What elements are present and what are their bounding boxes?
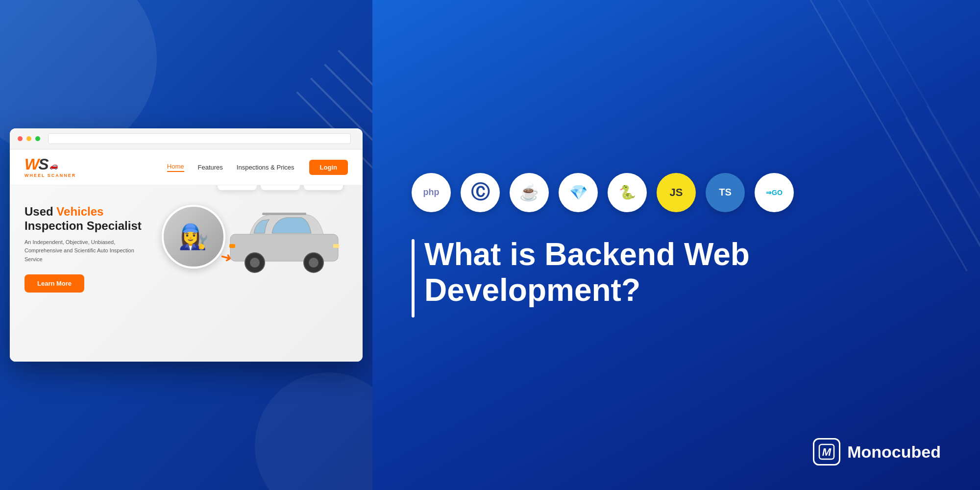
svg-rect-6 — [229, 244, 235, 248]
nav-link-features[interactable]: Features — [198, 164, 223, 171]
feature-card-fuel: ⛽ Low Fuel Mileage — [218, 185, 257, 190]
site-nav: WS🚗 WHEEL SCANNER Home Features Inspecti… — [10, 149, 363, 185]
site-hero: Used Vehicles Inspection Specialist An I… — [10, 185, 363, 362]
svg-rect-5 — [333, 244, 339, 248]
car-svg — [220, 205, 348, 273]
logo-subtitle: WHEEL SCANNER — [24, 173, 76, 178]
js-label: JS — [670, 186, 683, 199]
feature-card-ac: ❄️ Low AC Cooling — [304, 185, 343, 190]
php-label: php — [423, 187, 440, 197]
ruby-label: 💎 — [569, 184, 588, 201]
heading-area: What is Backend Web Development? — [412, 237, 941, 318]
hero-text: Used Vehicles Inspection Specialist An I… — [24, 200, 152, 293]
nav-link-home[interactable]: Home — [167, 163, 184, 172]
car-image — [220, 205, 348, 275]
browser-url-bar — [48, 133, 351, 144]
hero-title-prefix: Used — [24, 205, 56, 218]
monocubed-icon-svg: M — [818, 443, 835, 461]
heading-line2: Development? — [424, 272, 640, 308]
browser-bar — [10, 128, 363, 149]
tech-icon-go: ⇒GO — [755, 173, 794, 212]
monocubed-logo: M Monocubed — [813, 438, 941, 466]
monocubed-icon: M — [813, 438, 840, 466]
browser-dot-yellow — [26, 136, 31, 141]
feature-card-tire: 🔧 Bad Tire Condition — [261, 185, 300, 190]
site-logo: WS🚗 WHEEL SCANNER — [24, 156, 76, 178]
login-button[interactable]: Login — [309, 160, 348, 175]
nav-link-inspections[interactable]: Inspections & Prices — [237, 164, 294, 171]
left-panel: WS🚗 WHEEL SCANNER Home Features Inspecti… — [0, 0, 372, 490]
ts-label: TS — [719, 187, 732, 198]
feature-cards: ⛽ Low Fuel Mileage 🔧 Bad Tire Condition … — [218, 185, 343, 190]
svg-point-2 — [250, 258, 260, 268]
main-heading: What is Backend Web Development? — [424, 237, 750, 309]
java-label: ☕ — [519, 183, 539, 202]
tech-icons-row: php Ⓒ ☕ 💎 🐍 JS TS ⇒GO — [412, 173, 941, 212]
monocubed-text: Monocubed — [847, 442, 941, 462]
tech-icon-ruby: 💎 — [559, 173, 598, 212]
hero-description: An Independent, Objective, Unbiased, Com… — [24, 238, 152, 264]
learn-more-button[interactable]: Learn More — [24, 274, 84, 293]
hero-title: Used Vehicles Inspection Specialist — [24, 205, 152, 233]
hero-title-highlight: Vehicles — [56, 205, 103, 218]
tech-icon-php: php — [412, 173, 451, 212]
hero-title-line2: Inspection Specialist — [24, 219, 142, 232]
csharp-label: Ⓒ — [471, 180, 490, 205]
svg-rect-7 — [262, 213, 306, 215]
right-panel: php Ⓒ ☕ 💎 🐍 JS TS ⇒GO — [372, 0, 980, 490]
python-label: 🐍 — [619, 184, 636, 200]
go-label: ⇒GO — [766, 189, 783, 196]
browser-dot-green — [35, 136, 40, 141]
vertical-bar — [412, 239, 415, 318]
logo-ws-text: WS🚗 — [24, 156, 76, 172]
heading-line1: What is Backend Web — [424, 237, 750, 272]
browser-dot-red — [18, 136, 23, 141]
tech-icon-ts: TS — [706, 173, 745, 212]
tech-icon-js: JS — [657, 173, 696, 212]
main-content: php Ⓒ ☕ 💎 🐍 JS TS ⇒GO — [412, 173, 941, 318]
svg-point-4 — [309, 258, 318, 268]
svg-text:M: M — [822, 446, 832, 458]
tech-icon-python: 🐍 — [608, 173, 647, 212]
tech-icon-java: ☕ — [510, 173, 549, 212]
mechanic-image: 👩‍🔧 — [162, 205, 225, 269]
nav-links: Home Features Inspections & Prices — [167, 163, 294, 172]
browser-mockup: WS🚗 WHEEL SCANNER Home Features Inspecti… — [10, 128, 363, 362]
tech-icon-csharp: Ⓒ — [461, 173, 500, 212]
